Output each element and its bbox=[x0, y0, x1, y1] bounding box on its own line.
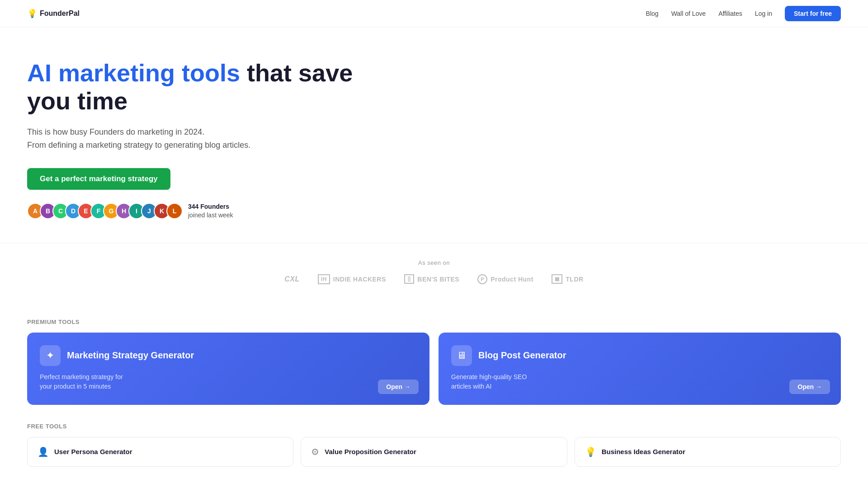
marketing-strategy-desc: Perfect marketing strategy for your prod… bbox=[40, 372, 157, 391]
ih-label: INDIE HACKERS bbox=[333, 276, 386, 283]
user-persona-icon: 👤 bbox=[38, 446, 49, 457]
logo-bens-bites: ⣿ BEN'S BITES bbox=[404, 274, 459, 284]
hero-cta-button[interactable]: Get a perfect marketing strategy bbox=[27, 168, 170, 190]
blog-post-title: Blog Post Generator bbox=[478, 350, 566, 361]
premium-tools-grid: ✦ Marketing Strategy Generator Perfect m… bbox=[27, 333, 841, 405]
founders-subtitle: joined last week bbox=[188, 211, 233, 219]
hero-title: AI marketing tools that save you time bbox=[27, 59, 380, 115]
avatar-group: A B C D E F G H I J K L bbox=[27, 203, 183, 219]
logo-list: CXL IH INDIE HACKERS ⣿ BEN'S BITES P Pro… bbox=[27, 274, 841, 284]
start-free-button[interactable]: Start for free bbox=[785, 6, 841, 21]
founders-count: 344 Founders bbox=[188, 202, 233, 211]
value-proposition-icon: ⚙ bbox=[311, 446, 319, 457]
card-header: ✦ Marketing Strategy Generator bbox=[40, 345, 417, 366]
marketing-strategy-card[interactable]: ✦ Marketing Strategy Generator Perfect m… bbox=[27, 333, 429, 405]
marketing-strategy-icon: ✦ bbox=[40, 345, 61, 366]
nav-link-blog[interactable]: Blog bbox=[646, 10, 659, 17]
free-tools-section: Free tools 👤 User Persona Generator ⚙ Va… bbox=[0, 423, 868, 485]
as-seen-section: As seen on CXL IH INDIE HACKERS ⣿ BEN'S … bbox=[0, 243, 868, 300]
marketing-strategy-title: Marketing Strategy Generator bbox=[67, 350, 194, 361]
tldr-label: TLDR bbox=[566, 276, 583, 283]
blog-post-open-button[interactable]: Open → bbox=[789, 380, 830, 394]
hero-subtitle-line2: From defining a marketing strategy to ge… bbox=[27, 141, 250, 150]
nav-link-login[interactable]: Log in bbox=[755, 10, 772, 17]
premium-tools-section: Premium tools ✦ Marketing Strategy Gener… bbox=[0, 300, 868, 423]
blog-post-icon: 🖥 bbox=[451, 345, 472, 366]
free-tools-grid: 👤 User Persona Generator ⚙ Value Proposi… bbox=[27, 437, 841, 467]
ph-label: Product Hunt bbox=[491, 276, 533, 283]
user-persona-label: User Persona Generator bbox=[54, 448, 132, 455]
cxl-icon: CXL bbox=[284, 275, 300, 283]
logo-cxl: CXL bbox=[284, 275, 300, 283]
hero-title-blue: AI marketing tools bbox=[27, 59, 240, 86]
marketing-strategy-open-button[interactable]: Open → bbox=[378, 380, 419, 394]
business-ideas-icon: 💡 bbox=[585, 446, 596, 457]
value-proposition-label: Value Proposition Generator bbox=[325, 448, 416, 455]
logo-icon: 💡 bbox=[27, 9, 37, 19]
card-header: 🖥 Blog Post Generator bbox=[451, 345, 828, 366]
logo-indie-hackers: IH INDIE HACKERS bbox=[318, 274, 386, 284]
business-ideas-label: Business Ideas Generator bbox=[602, 448, 685, 455]
user-persona-card[interactable]: 👤 User Persona Generator bbox=[27, 437, 293, 467]
bb-label: BEN'S BITES bbox=[417, 276, 459, 283]
premium-section-label: Premium tools bbox=[27, 319, 841, 325]
value-proposition-card[interactable]: ⚙ Value Proposition Generator bbox=[301, 437, 567, 467]
hero-social: A B C D E F G H I J K L 344 Founders joi… bbox=[27, 202, 380, 220]
hero-subtitle-line1: This is how busy Founders do marketing i… bbox=[27, 127, 204, 136]
nav-link-wall-of-love[interactable]: Wall of Love bbox=[671, 10, 706, 17]
as-seen-label: As seen on bbox=[27, 259, 841, 266]
blog-post-desc: Generate high-quality SEO articles with … bbox=[451, 372, 569, 391]
tldr-icon: ▦ bbox=[552, 274, 563, 284]
logo-tldr: ▦ TLDR bbox=[552, 274, 584, 284]
hero-subtitle: This is how busy Founders do marketing i… bbox=[27, 126, 380, 152]
hero-section: AI marketing tools that save you time Th… bbox=[0, 27, 407, 243]
logo-product-hunt: P Product Hunt bbox=[477, 274, 533, 284]
navbar: 💡 FounderPal Blog Wall of Love Affiliate… bbox=[0, 0, 868, 27]
avatar: L bbox=[166, 203, 183, 219]
logo-text: FounderPal bbox=[40, 9, 80, 18]
blog-post-card[interactable]: 🖥 Blog Post Generator Generate high-qual… bbox=[439, 333, 841, 405]
social-proof-text: 344 Founders joined last week bbox=[188, 202, 233, 220]
bb-icon: ⣿ bbox=[404, 274, 415, 284]
nav-link-affiliates[interactable]: Affiliates bbox=[718, 10, 742, 17]
nav-links: Blog Wall of Love Affiliates Log in Star… bbox=[646, 6, 841, 21]
free-section-label: Free tools bbox=[27, 423, 841, 430]
business-ideas-card[interactable]: 💡 Business Ideas Generator bbox=[575, 437, 841, 467]
ph-icon: P bbox=[477, 274, 487, 284]
logo[interactable]: 💡 FounderPal bbox=[27, 9, 80, 19]
ih-icon: IH bbox=[318, 274, 330, 284]
